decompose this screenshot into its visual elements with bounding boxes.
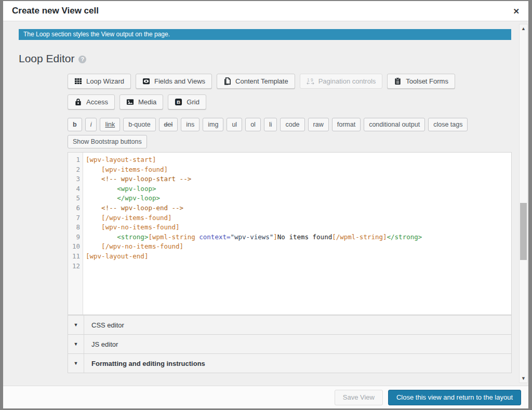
svg-text:9: 9 <box>311 77 313 83</box>
svg-text:1: 1 <box>307 77 310 83</box>
toolbar-row: Loop WizardFields and ViewsContent Templ… <box>68 74 512 89</box>
toolbar-button-content-template[interactable]: Content Template <box>217 74 295 89</box>
toolbar-button-label: Loop Wizard <box>86 77 124 85</box>
pagination-19-icon: 19 <box>307 77 314 85</box>
quicktag-img[interactable]: img <box>203 118 223 131</box>
toolbar-button-fields-and-views[interactable]: Fields and Views <box>136 74 212 89</box>
toolbar-button-grid[interactable]: BGrid <box>168 94 206 110</box>
quicktag-format[interactable]: format <box>332 118 361 131</box>
bootstrap-b-icon: B <box>175 98 182 106</box>
code-line: [wpv-items-found] <box>86 165 511 175</box>
code-line: [wpv-layout-end] <box>86 252 511 262</box>
close-icon[interactable]: ✕ <box>513 7 520 15</box>
quicktag-ol[interactable]: ol <box>245 118 261 131</box>
code-line: [/wpv-no-items-found] <box>86 242 511 252</box>
section-label: JS editor <box>91 340 118 348</box>
toolbar-button-label: Access <box>86 98 108 106</box>
quicktags-row: Show Bootstrap buttons <box>68 135 512 148</box>
quicktag-ul[interactable]: ul <box>227 118 242 131</box>
line-number: 12 <box>68 262 80 271</box>
chevron-down-icon[interactable]: ▼ <box>68 316 84 334</box>
line-number: 4 <box>68 184 80 194</box>
loop-editor-code[interactable]: 123456789101112 [wpv-layout-start] [wpv-… <box>68 152 512 315</box>
loop-editor-heading-row: Loop Editor? <box>19 52 528 65</box>
quicktag-b-quote[interactable]: b-quote <box>123 118 155 131</box>
scroll-up-icon[interactable]: ▲ <box>520 24 527 33</box>
page-copy-icon <box>223 77 231 85</box>
toolbar-button-label: Media <box>138 98 156 106</box>
scrollbar-thumb[interactable] <box>520 203 527 260</box>
line-number: 7 <box>68 213 80 223</box>
close-return-button[interactable]: Close this view and return to the layout <box>388 390 521 405</box>
quicktag-link[interactable]: link <box>100 118 120 131</box>
toolbar-button-label: Grid <box>187 98 200 106</box>
code-line: <wpv-loop> <box>86 184 511 194</box>
toolbar-button-label: Toolset Forms <box>406 77 448 85</box>
toolbar-button-label: Pagination controls <box>318 77 376 85</box>
section-js-editor[interactable]: ▼JS editor <box>68 334 512 353</box>
quicktags-row: bilinkb-quotedelinsimgulollicoderawforma… <box>68 118 512 131</box>
code-line: <strong>[wpml-string context="wpv-views"… <box>86 233 511 242</box>
toolbar-button-media[interactable]: Media <box>119 94 163 110</box>
quicktag-ins[interactable]: ins <box>181 118 200 131</box>
line-number: 8 <box>68 223 80 233</box>
save-view-button[interactable]: Save View <box>335 390 383 405</box>
code-line: <!-- wpv-loop-end --> <box>86 203 511 213</box>
dialog-title: Create new View cell <box>12 6 99 16</box>
section-label: CSS editor <box>91 321 124 329</box>
quicktag-b[interactable]: b <box>68 118 82 131</box>
line-number: 6 <box>68 203 80 213</box>
eye-box-icon <box>142 77 150 85</box>
code-area[interactable]: [wpv-layout-start] [wpv-items-found] <!-… <box>83 153 511 315</box>
line-number: 9 <box>68 233 80 242</box>
line-number: 2 <box>68 165 80 175</box>
quicktags-toolbar: bilinkb-quotedelinsimgulollicoderawforma… <box>68 118 512 148</box>
line-number: 3 <box>68 174 80 184</box>
line-number: 1 <box>68 155 80 165</box>
scroll-down-icon[interactable]: ▼ <box>520 374 527 382</box>
quicktag-close-tags[interactable]: close tags <box>428 118 468 131</box>
toolbar-button-toolset-forms[interactable]: Toolset Forms <box>387 74 455 89</box>
code-line: [wpv-no-items-found] <box>86 223 511 233</box>
help-icon[interactable]: ? <box>78 56 86 63</box>
clipboard-icon <box>394 77 402 85</box>
section-css-editor[interactable]: ▼CSS editor <box>68 315 512 334</box>
code-line: [/wpv-items-found] <box>86 213 511 223</box>
chevron-down-icon[interactable]: ▼ <box>68 335 84 353</box>
quicktag-del[interactable]: del <box>159 118 178 131</box>
lock-icon <box>74 98 82 106</box>
collapsible-sections: ▼CSS editor▼JS editor▼Formatting and edi… <box>68 315 512 373</box>
insert-toolbar: Loop WizardFields and ViewsContent Templ… <box>68 74 512 110</box>
line-number: 11 <box>68 252 80 262</box>
toolbar-button-access[interactable]: Access <box>68 94 115 110</box>
svg-text:B: B <box>177 99 180 105</box>
quicktag-li[interactable]: li <box>264 118 277 131</box>
toolbar-button-label: Content Template <box>235 77 288 85</box>
image-icon <box>126 98 134 106</box>
toolbar-button-label: Fields and Views <box>154 77 205 85</box>
quicktag-i[interactable]: i <box>85 118 97 131</box>
section-label: Formatting and editing instructions <box>91 360 205 367</box>
quicktag-raw[interactable]: raw <box>308 118 329 131</box>
info-banner: The Loop section styles the View output … <box>19 29 511 40</box>
section-formatting-and-editing-instructions[interactable]: ▼Formatting and editing instructions <box>68 353 512 373</box>
toolbar-button-loop-wizard[interactable]: Loop Wizard <box>68 74 131 89</box>
dialog-titlebar: Create new View cell ✕ <box>3 1 528 21</box>
code-line <box>86 262 511 271</box>
grid-icon <box>74 77 82 85</box>
loop-editor-title: Loop Editor <box>19 52 74 64</box>
line-number-gutter: 123456789101112 <box>68 153 83 315</box>
line-number: 10 <box>68 242 80 252</box>
quicktag-show-bootstrap-buttons[interactable]: Show Bootstrap buttons <box>68 135 147 148</box>
create-view-cell-dialog: Create new View cell ✕ The Loop section … <box>3 1 528 408</box>
dialog-footer: Save View Close this view and return to … <box>3 386 528 408</box>
quicktag-conditional-output[interactable]: conditional output <box>364 118 425 131</box>
dialog-content: The Loop section styles the View output … <box>3 21 528 386</box>
chevron-down-icon[interactable]: ▼ <box>68 354 84 373</box>
loop-editor-panel: Loop WizardFields and ViewsContent Templ… <box>68 74 512 373</box>
code-line: <!-- wpv-loop-start --> <box>86 174 511 184</box>
line-number: 5 <box>68 194 80 203</box>
content-scrollbar[interactable]: ▲ ▼ <box>519 24 528 383</box>
code-line: </wpv-loop> <box>86 194 511 203</box>
quicktag-code[interactable]: code <box>280 118 304 131</box>
